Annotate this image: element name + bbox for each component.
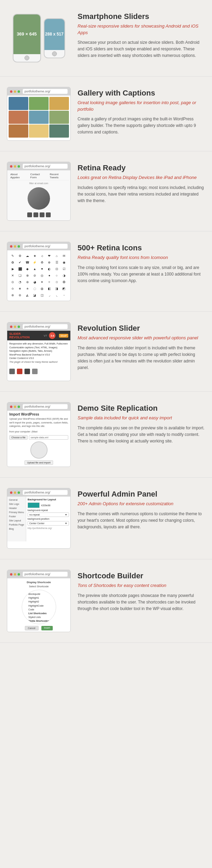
icon-5: ❤ — [47, 253, 52, 259]
admin-browser: portfoliotheme.org/ General Site Logo He… — [7, 488, 71, 549]
shortcode-dialog-title: Display Shortcode — [9, 580, 69, 585]
admin-color-box: #209e98 — [28, 502, 69, 508]
icon-2: ☁ — [25, 253, 30, 259]
retina-browser: portfoliotheme.org/ About Appdev Contact… — [7, 162, 71, 221]
admin-dropdown-position[interactable]: Center Center ▼ — [28, 521, 69, 526]
admin-dropdown-repeat[interactable]: no-repeat ▼ — [28, 512, 69, 517]
admin-sidebar-portfolio[interactable]: Portfolio Page — [8, 523, 25, 527]
demo-title: Demo Site Replication — [78, 404, 205, 413]
retina-nav-tweets: Recent Tweets — [50, 173, 67, 179]
gallery-cell-6 — [49, 111, 69, 124]
icon-29: ● — [47, 273, 52, 278]
admin-sidebar-general[interactable]: General — [8, 498, 25, 502]
icon-14: ☰ — [54, 260, 60, 265]
admin-url: portfoliotheme.org/ — [23, 490, 68, 495]
sc-code: Code — [28, 608, 49, 611]
browser-dot-yellow-r — [14, 165, 16, 168]
retina-url: portfoliotheme.org/ — [23, 164, 68, 169]
browser-dot-green-r — [18, 165, 20, 168]
admin-main: Background for Layout #209e98 background… — [26, 497, 70, 531]
rev-desc-5: Center Content in V3.0 — [9, 357, 68, 360]
import-circle — [30, 441, 48, 459]
shortcode-image: portfoliotheme.org/ Display Shortcode Se… — [7, 570, 71, 632]
revolution-browser-bar: portfoliotheme.org/ — [7, 322, 70, 331]
shortcode-cancel-button[interactable]: Cancel — [25, 626, 39, 630]
sc-highlight2: Highlight2 — [28, 600, 49, 603]
revolution-subtitle: Most advanced responsive slider with pow… — [78, 335, 205, 341]
shortcode-browser-bar: portfoliotheme.org/ — [7, 570, 70, 578]
admin-sidebar-sitelogo[interactable]: Site Logo — [8, 502, 25, 506]
gallery-cell-9 — [49, 124, 69, 138]
import-text: Upload your WordPress eXtended RSS (WXR)… — [9, 417, 68, 428]
revolution-text: REVOLUTION — [9, 336, 30, 339]
revolution-image: portfoliotheme.org/ SLIDER REVOLUTION V7… — [7, 322, 71, 381]
icon-42: ✭ — [25, 286, 30, 291]
icons-subtitle: Retina Ready quality font icons from Ico… — [78, 255, 205, 261]
gallery-subtitle: Great looking image galleries for insert… — [78, 100, 205, 112]
upload-import-button[interactable]: Upload file and import — [9, 460, 68, 465]
icon-24: ✕ — [10, 273, 16, 278]
admin-sidebar-footer[interactable]: Footer — [8, 515, 25, 518]
rev-desc-6: The plugin of choice for many theme auth… — [9, 360, 68, 364]
revolution-badge: 3.6 — [49, 332, 55, 339]
browser-dot-yellow — [14, 90, 16, 93]
color-swatch[interactable] — [28, 502, 40, 508]
admin-browser-bar: portfoliotheme.org/ — [7, 488, 70, 497]
shortcode-browser-content: Display Shortcode Select Shortcode Block… — [7, 578, 70, 632]
icon-7: ✉ — [61, 253, 67, 259]
section-shortcode-builder: portfoliotheme.org/ Display Shortcode Se… — [0, 559, 212, 643]
smartphone-image: 369 × 645 288 x 517 — [7, 10, 71, 66]
icon-23: ☑ — [61, 266, 67, 272]
admin-dot-green — [18, 491, 20, 494]
shortcode-browser: portfoliotheme.org/ Display Shortcode Se… — [7, 570, 71, 632]
shortcode-description: The preview site shortcode pages showcas… — [78, 592, 205, 612]
admin-sidebar-sitelayout[interactable]: Site Layout — [8, 519, 25, 522]
section-retina-ready: portfoliotheme.org/ About Appdev Contact… — [0, 151, 212, 231]
admin-position-value: Center Center — [29, 522, 44, 525]
admin-sidebar-primarymenu[interactable]: Primary Menu — [8, 510, 25, 514]
retina-social-3 — [40, 212, 44, 217]
rev-desc-3: Navigation styles (Bullets, Tabs, Arrows… — [9, 349, 68, 353]
shortcode-select-label: Select Shortcode — [9, 585, 69, 588]
gallery-browser: portfoliotheme.org/ — [7, 87, 71, 141]
phone-screen-small: 288 x 517 — [44, 19, 64, 50]
icon-11: ⚡ — [32, 260, 38, 265]
icon-9: ✔ — [17, 260, 23, 265]
browser-dot-red-r — [10, 165, 12, 168]
icon-1: ⚙ — [17, 253, 23, 259]
shortcode-insert-button[interactable]: Insert — [41, 626, 53, 630]
icon-47: ◩ — [61, 286, 67, 291]
icons-image: portfoliotheme.org/ ✎ ⚙ ☁ ★ ♫ ❤ ⌂ ✉ ✿ ✔ … — [7, 242, 71, 301]
woo-badge: WooF — [59, 334, 68, 338]
icon-43: ◌ — [32, 286, 38, 291]
rev-dot-green — [18, 326, 20, 328]
shortcode-dot-yellow — [14, 573, 16, 576]
icon-20: ▼ — [39, 266, 45, 272]
icon-35: ◕ — [32, 279, 38, 285]
admin-browser-content: General Site Logo Header Primary Menu Fo… — [7, 497, 70, 548]
revolution-body: Responsive with any dimension, Full-Widt… — [7, 340, 70, 366]
retina-ready-content: Retina Ready Looks great on Retina Displ… — [78, 162, 205, 204]
retina-social-4 — [46, 212, 51, 217]
shortcode-list: Blockquote Highlight1 Highlight2 Highlig… — [28, 592, 49, 624]
retina-nav-contact: Contact Form — [30, 173, 47, 179]
color-value: #209e98 — [41, 504, 50, 507]
retina-social-2 — [33, 212, 38, 217]
gallery-cell-2 — [29, 97, 49, 110]
smartphone-description: Showcase your product on actual size dev… — [78, 39, 205, 59]
icon-16: ▶ — [10, 266, 16, 272]
choose-file-button[interactable]: Choose a file — [9, 435, 28, 440]
icons-url: portfoliotheme.org/ — [23, 244, 68, 249]
admin-sidebar-blog[interactable]: Blog — [8, 527, 25, 531]
browser-dot-red — [10, 90, 12, 93]
gallery-cell-4 — [9, 111, 28, 124]
rev-desc-2: Customizable captions (Text, HTML, Image… — [9, 346, 68, 350]
icons-dot-green — [18, 245, 20, 248]
retina-ready-subtitle: Looks great on Retina Display Devices li… — [78, 174, 205, 181]
demo-dot-red — [10, 406, 12, 408]
rev-desc-4: WordPress Backend Overhaul in V3.0 — [9, 353, 68, 357]
admin-dropdown-arrow: ▼ — [65, 513, 67, 516]
phone-mockup-large: 369 × 645 — [13, 14, 41, 62]
retina-nav: About Appdev Contact Form Recent Tweets — [9, 172, 69, 180]
admin-sidebar-header[interactable]: Header — [8, 506, 25, 510]
